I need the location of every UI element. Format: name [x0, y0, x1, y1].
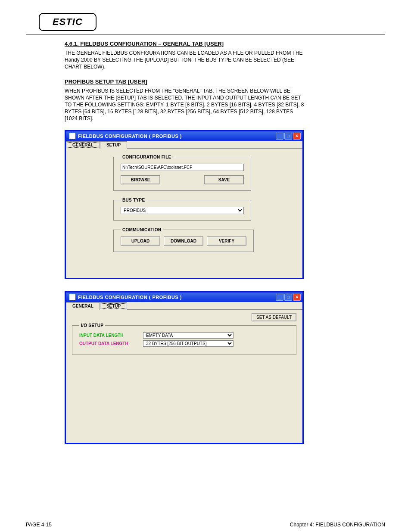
window-title: FIELDBUS CONFIGURATION ( PROFIBUS ): [78, 134, 273, 139]
communication-group: COMMUNICATION UPLOAD DOWNLOAD VERIFY: [113, 227, 254, 252]
tab-strip: GENERAL SETUP: [66, 141, 302, 149]
tab-strip: GENERAL SETUP: [66, 302, 302, 310]
titlebar: FIELDBUS CONFIGURATION ( PROFIBUS ) _ □ …: [66, 292, 302, 302]
fieldbus-dialog-setup: FIELDBUS CONFIGURATION ( PROFIBUS ) _ □ …: [65, 291, 304, 444]
upload-button[interactable]: UPLOAD: [121, 236, 160, 246]
window-title: FIELDBUS CONFIGURATION ( PROFIBUS ): [78, 295, 273, 300]
bus-type-legend: BUS TYPE: [121, 198, 146, 202]
set-default-button[interactable]: SET AS DEFAULT: [252, 313, 296, 321]
browse-button[interactable]: BROWSE: [121, 175, 160, 184]
section-heading-2: PROFIBUS SETUP TAB [USER]: [65, 78, 306, 85]
bus-type-group: BUS TYPE PROFIBUS: [113, 198, 251, 221]
section-para-1: THE GENERAL FIELDBUS CONFIGURATIONS CAN …: [65, 50, 306, 71]
app-icon: [69, 294, 75, 300]
tab-general[interactable]: GENERAL: [66, 302, 100, 310]
configuration-file-input[interactable]: [121, 164, 244, 171]
input-data-length-label: INPUT DATA LENGTH: [79, 333, 140, 338]
section-heading-1: 4.6.1. FIELDBUS CONFIGURATION – GENERAL …: [65, 40, 306, 47]
maximize-button[interactable]: □: [284, 133, 292, 140]
input-data-length-select[interactable]: EMPTY DATA: [143, 332, 234, 339]
footer-chapter: Chapter 4: FIELDBUS CONFIGURATION: [290, 522, 385, 528]
tab-setup[interactable]: SETUP: [100, 302, 127, 310]
io-setup-legend: I/O SETUP: [79, 323, 105, 328]
minimize-button[interactable]: _: [276, 294, 283, 301]
tab-setup[interactable]: SETUP: [100, 141, 127, 149]
configuration-file-legend: CONFIGURATION FILE: [121, 155, 173, 159]
header-divider: [26, 33, 385, 34]
footer-page: PAGE 4-15: [26, 522, 52, 528]
app-icon: [69, 133, 75, 139]
maximize-button[interactable]: □: [284, 294, 292, 301]
tab-general[interactable]: GENERAL: [66, 141, 100, 149]
bus-type-select[interactable]: PROFIBUS: [121, 207, 244, 214]
save-button[interactable]: SAVE: [204, 175, 244, 184]
fieldbus-dialog-general: FIELDBUS CONFIGURATION ( PROFIBUS ) _ □ …: [65, 130, 304, 279]
communication-legend: COMMUNICATION: [121, 227, 163, 232]
close-button[interactable]: ×: [293, 133, 301, 140]
close-button[interactable]: ×: [293, 294, 301, 301]
verify-button[interactable]: VERIFY: [207, 236, 246, 246]
download-button[interactable]: DOWNLOAD: [164, 236, 203, 246]
configuration-file-group: CONFIGURATION FILE BROWSE SAVE: [113, 155, 251, 191]
output-data-length-label: OUTPUT DATA LENGTH: [79, 341, 140, 346]
io-setup-group: I/O SETUP INPUT DATA LENGTH EMPTY DATA O…: [72, 323, 296, 355]
brand-logo: ESTIC: [39, 13, 97, 31]
minimize-button[interactable]: _: [276, 133, 283, 140]
section-para-2: WHEN PROFIBUS IS SELECTED FROM THE "GENE…: [65, 87, 306, 122]
output-data-length-select[interactable]: 32 BYTES [256 BIT OUTPUTS]: [143, 340, 234, 347]
titlebar: FIELDBUS CONFIGURATION ( PROFIBUS ) _ □ …: [66, 131, 302, 141]
